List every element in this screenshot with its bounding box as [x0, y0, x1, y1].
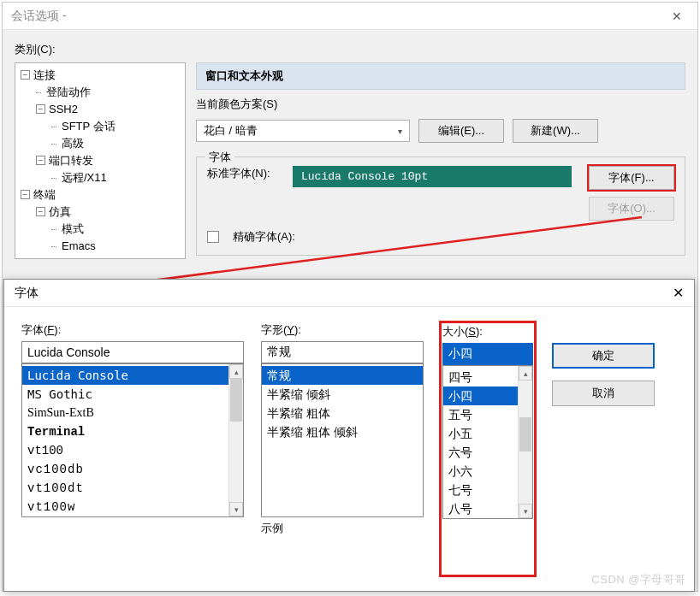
scrollbar[interactable]: ▴ ▾	[228, 364, 243, 516]
list-item[interactable]: vc100db	[22, 460, 228, 479]
scroll-up-icon[interactable]: ▴	[229, 364, 243, 379]
font-o-button: 字体(O)...	[589, 197, 674, 221]
list-item[interactable]: 常规	[262, 366, 423, 385]
close-icon[interactable]: ✕	[665, 6, 689, 27]
scrollbar[interactable]: ▴ ▾	[518, 366, 532, 518]
list-item[interactable]: 小六	[443, 462, 518, 481]
list-item[interactable]: 六号	[443, 443, 518, 462]
list-item[interactable]: Lucida Console	[22, 366, 228, 385]
watermark-text: CSDN @字母哥哥	[591, 572, 686, 587]
color-scheme-value: 花白 / 暗青	[204, 123, 258, 139]
collapse-icon[interactable]: −	[21, 70, 30, 80]
precise-font-checkbox[interactable]	[207, 231, 219, 243]
collapse-icon[interactable]: −	[21, 190, 30, 199]
ok-button[interactable]: 确定	[552, 343, 655, 369]
tree-emacs[interactable]: Emacs	[51, 238, 183, 255]
tree-connection[interactable]: −连接 登陆动作 −SSH2 SFTP 会话 高级 −端口转发	[21, 67, 183, 186]
font-dialog-titlebar: 字体 ✕	[4, 280, 694, 307]
font-input[interactable]: Lucida Console	[21, 341, 244, 363]
font-column: 字体(F): Lucida Console Lucida Console MS …	[21, 322, 244, 575]
scroll-down-icon[interactable]: ▾	[229, 502, 243, 516]
list-item[interactable]: vt100	[22, 441, 228, 460]
scroll-thumb[interactable]	[519, 417, 531, 451]
edit-scheme-button[interactable]: 编辑(E)...	[418, 119, 504, 143]
dialog-buttons: 确定 取消	[552, 322, 677, 575]
style-column: 字形(Y): 常规 常规 半紧缩 倾斜 半紧缩 粗体 半紧缩 粗体 倾斜 示例	[261, 322, 424, 575]
new-scheme-button[interactable]: 新建(W)...	[513, 119, 598, 143]
list-item[interactable]: vt100dt	[22, 479, 228, 498]
normal-font-label: 标准字体(N):	[207, 166, 284, 181]
appearance-header: 窗口和文本外观	[196, 62, 685, 90]
titlebar: 会话选项 - ✕	[3, 3, 697, 30]
list-item[interactable]: 半紧缩 粗体 倾斜	[262, 422, 423, 441]
list-item[interactable]: SimSun-ExtB	[22, 404, 228, 422]
font-f-button[interactable]: 字体(F)...	[589, 166, 674, 190]
tree-advanced[interactable]: 高级	[51, 135, 183, 152]
font-field-label: 字体(F):	[21, 322, 244, 338]
chevron-down-icon: ▾	[398, 127, 402, 136]
size-listbox[interactable]: 四号 小四 五号 小五 六号 小六 七号 八号 ▴ ▾	[442, 365, 533, 519]
font-group: 字体 标准字体(N): Lucida Console 10pt 字体(F)...…	[196, 156, 685, 256]
collapse-icon[interactable]: −	[36, 207, 45, 216]
tree-sftp[interactable]: SFTP 会话	[51, 118, 183, 135]
color-scheme-label: 当前颜色方案(S)	[196, 97, 685, 112]
scroll-thumb[interactable]	[230, 379, 242, 422]
close-icon[interactable]: ✕	[673, 285, 684, 301]
collapse-icon[interactable]: −	[36, 156, 45, 165]
tree-ssh2[interactable]: −SSH2 SFTP 会话 高级	[36, 101, 183, 152]
style-input[interactable]: 常规	[261, 341, 424, 363]
cancel-button[interactable]: 取消	[552, 381, 655, 406]
list-item[interactable]: 四号	[443, 368, 518, 387]
tree-modes[interactable]: 模式	[51, 221, 183, 238]
list-item[interactable]: 七号	[443, 481, 518, 499]
scroll-down-icon[interactable]: ▾	[519, 504, 532, 518]
precise-font-label: 精确字体(A):	[233, 229, 295, 245]
tree-login[interactable]: 登陆动作	[36, 84, 183, 101]
list-item[interactable]: 半紧缩 粗体	[262, 404, 423, 422]
tree-remote-x11[interactable]: 远程/X11	[51, 169, 183, 186]
list-item[interactable]: 半紧缩 倾斜	[262, 385, 423, 404]
font-dialog: 字体 ✕ 字体(F): Lucida Console Lucida Consol…	[3, 279, 695, 592]
category-label: 类别(C):	[15, 42, 685, 57]
tree-emulation[interactable]: −仿真 模式 Emacs	[36, 204, 183, 255]
list-item[interactable]: 八号	[443, 499, 518, 518]
style-field-label: 字形(Y):	[261, 322, 424, 338]
font-dialog-title: 字体	[15, 286, 39, 301]
font-group-label: 字体	[205, 150, 234, 165]
size-field-label: 大小(S):	[442, 324, 533, 339]
scroll-up-icon[interactable]: ▴	[519, 366, 532, 381]
font-preview: Lucida Console 10pt	[293, 166, 572, 187]
size-input[interactable]: 小四	[442, 343, 533, 365]
collapse-icon[interactable]: −	[36, 104, 45, 114]
tree-port-fwd[interactable]: −端口转发 远程/X11	[36, 152, 183, 186]
window-title: 会话选项 -	[11, 9, 67, 24]
font-listbox[interactable]: Lucida Console MS Gothic SimSun-ExtB Ter…	[21, 363, 244, 517]
list-item[interactable]: 小四	[443, 387, 518, 405]
tree-terminal[interactable]: −终端 −仿真 模式 Emacs	[21, 186, 183, 255]
size-column: 大小(S): 小四 四号 小四 五号 小五 六号 小六 七号 八号 ▴ ▾	[441, 322, 535, 575]
list-item[interactable]: Terminal	[22, 422, 228, 441]
style-listbox[interactable]: 常规 半紧缩 倾斜 半紧缩 粗体 半紧缩 粗体 倾斜	[261, 363, 424, 517]
list-item[interactable]: MS Gothic	[22, 385, 228, 404]
list-item[interactable]: 五号	[443, 405, 518, 424]
sample-label: 示例	[261, 521, 424, 536]
category-tree[interactable]: −连接 登陆动作 −SSH2 SFTP 会话 高级 −端口转发	[15, 62, 186, 259]
list-item[interactable]: 小五	[443, 424, 518, 443]
color-scheme-select[interactable]: 花白 / 暗青 ▾	[196, 120, 410, 142]
list-item[interactable]: vt100w	[22, 498, 228, 516]
